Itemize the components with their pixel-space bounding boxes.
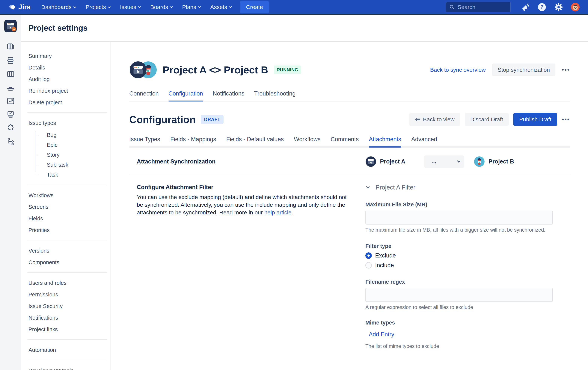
nav-dashboards[interactable]: Dashboards: [41, 4, 76, 10]
sidebar-item-sub-task[interactable]: Sub-task: [29, 162, 107, 168]
filter-description: You can use the exclude mapping (default…: [137, 193, 348, 216]
radio-selected[interactable]: [365, 252, 372, 259]
search-input[interactable]: [458, 4, 503, 10]
subtab-attachments[interactable]: Attachments: [369, 136, 401, 146]
stop-synchronization-button[interactable]: Stop synchronization: [492, 63, 556, 76]
sidebar-item-details[interactable]: Details: [29, 65, 107, 70]
sidebar-divider: [27, 240, 107, 240]
sidebar-item-summary[interactable]: Summary: [29, 53, 107, 59]
nav-assets[interactable]: Assets: [210, 4, 231, 10]
sidebar-item-permissions[interactable]: Permissions: [29, 292, 107, 297]
releases-icon[interactable]: [6, 83, 15, 92]
nav-menu: Dashboards Projects Issues Boards Plans …: [41, 4, 231, 10]
help-article-link[interactable]: help article: [264, 209, 291, 216]
more-actions-button[interactable]: •••: [562, 67, 570, 73]
create-button[interactable]: Create: [240, 1, 269, 13]
radio-unselected[interactable]: [365, 262, 372, 268]
back-to-view-button[interactable]: Back to view: [409, 113, 460, 126]
sidebar-item-issue-security[interactable]: Issue Security: [29, 303, 107, 309]
sidebar-item-workflows[interactable]: Workflows: [29, 193, 107, 198]
sidebar-item-issue-types[interactable]: Issue types: [29, 120, 107, 126]
board-columns-icon[interactable]: [6, 70, 15, 78]
filename-regex-input[interactable]: [365, 288, 553, 302]
sync-direction-select[interactable]: ↔: [424, 155, 464, 168]
boards-icon[interactable]: [6, 43, 15, 51]
chevron-down-icon: [74, 5, 76, 8]
sidebar-item-priorities[interactable]: Priorities: [29, 227, 107, 233]
page-title: Project settings: [29, 24, 87, 32]
sidebar-item-notifications[interactable]: Notifications: [29, 315, 107, 320]
back-to-sync-overview-link[interactable]: Back to sync overview: [430, 67, 486, 73]
sidebar-item-development-tools[interactable]: Development tools: [29, 368, 107, 370]
publish-draft-button[interactable]: Publish Draft: [513, 113, 557, 126]
add-entry-link[interactable]: Add Entry: [369, 331, 394, 338]
search-box[interactable]: [446, 2, 511, 12]
subtab-comments[interactable]: Comments: [331, 136, 359, 146]
filter-type-label: Filter type: [365, 243, 570, 249]
sidebar-item-users-and-roles[interactable]: Users and roles: [29, 280, 107, 286]
sidebar-divider: [27, 185, 107, 185]
configuration-header: Configuration DRAFT Back to view Discard…: [129, 113, 570, 126]
sidebar-item-project-links[interactable]: Project links: [29, 327, 107, 332]
filter-type-option-include[interactable]: Include: [365, 262, 570, 269]
user-avatar[interactable]: [571, 3, 580, 12]
sidebar-item-bug[interactable]: Bug: [29, 132, 107, 138]
issues-icon[interactable]: [6, 110, 15, 119]
subtab-fields-default-values[interactable]: Fields - Default values: [226, 136, 284, 146]
nav-plans[interactable]: Plans: [182, 4, 200, 10]
queues-icon[interactable]: [6, 56, 15, 65]
sidebar-divider: [27, 339, 107, 340]
sidebar-item-versions[interactable]: Versions: [29, 248, 107, 254]
project-a-filter-toggle[interactable]: Project A Filter: [365, 184, 570, 191]
sidebar-item-story[interactable]: Story: [29, 152, 107, 158]
nav-issues[interactable]: Issues: [120, 4, 141, 10]
subtab-issue-types[interactable]: Issue Types: [129, 136, 160, 146]
chevron-down-icon: [229, 5, 232, 8]
project-settings-tree-icon[interactable]: [6, 137, 15, 146]
filter-type-option-exclude[interactable]: Exclude: [365, 252, 570, 259]
sidebar-item-epic[interactable]: Epic: [29, 142, 107, 148]
help-icon[interactable]: ?: [537, 3, 546, 12]
project-a-avatar: [129, 61, 147, 79]
config-more-button[interactable]: •••: [562, 116, 570, 123]
configuration-title: Configuration: [129, 114, 196, 125]
tab-connection[interactable]: Connection: [129, 90, 159, 101]
tab-notifications[interactable]: Notifications: [213, 90, 244, 101]
addons-icon[interactable]: [6, 123, 15, 132]
max-file-size-help: The maximum file size in MB, all files w…: [365, 227, 570, 233]
project-b-label: Project B: [489, 158, 514, 165]
sidebar-item-components[interactable]: Components: [29, 259, 107, 265]
discard-draft-button[interactable]: Discard Draft: [465, 113, 509, 126]
attachment-filter-section: Configure Attachment Filter You can use …: [129, 184, 570, 370]
brand-name: Jira: [18, 3, 31, 11]
sidebar-item-audit-log[interactable]: Audit log: [29, 76, 107, 82]
configuration-subtabs: Issue Types Fields - Mappings Fields - D…: [129, 136, 570, 148]
gear-icon[interactable]: [554, 3, 563, 11]
draft-badge: DRAFT: [201, 115, 223, 124]
project-a-avatar-small: [365, 156, 376, 167]
sidebar-item-task[interactable]: Task: [29, 172, 107, 177]
subtab-advanced[interactable]: Advanced: [411, 136, 437, 146]
arrow-left-icon: [415, 117, 420, 122]
max-file-size-input[interactable]: [365, 211, 553, 225]
tab-troubleshooting[interactable]: Troubleshooting: [254, 90, 295, 101]
sidebar-divider: [27, 360, 107, 360]
project-icon-rail: <>: [0, 15, 21, 370]
sidebar-item-reindex-project[interactable]: Re-index project: [29, 88, 107, 94]
chevron-down-icon: [198, 5, 201, 8]
section-divider: [129, 175, 570, 175]
sidebar-item-delete-project[interactable]: Delete project: [29, 100, 107, 105]
project-avatar[interactable]: <>: [4, 20, 17, 32]
subtab-fields-mappings[interactable]: Fields - Mappings: [170, 136, 216, 146]
nav-boards[interactable]: Boards: [150, 4, 172, 10]
sidebar-item-screens[interactable]: Screens: [29, 204, 107, 210]
sidebar-item-automation[interactable]: Automation: [29, 347, 107, 353]
sidebar-item-fields[interactable]: Fields: [29, 216, 107, 221]
megaphone-icon[interactable]: [521, 3, 530, 12]
reports-icon[interactable]: [6, 97, 15, 105]
subtab-workflows[interactable]: Workflows: [294, 136, 320, 146]
search-icon: [449, 4, 455, 10]
tab-configuration[interactable]: Configuration: [168, 90, 203, 101]
jira-logo[interactable]: Jira: [9, 3, 31, 11]
nav-projects[interactable]: Projects: [86, 4, 110, 10]
